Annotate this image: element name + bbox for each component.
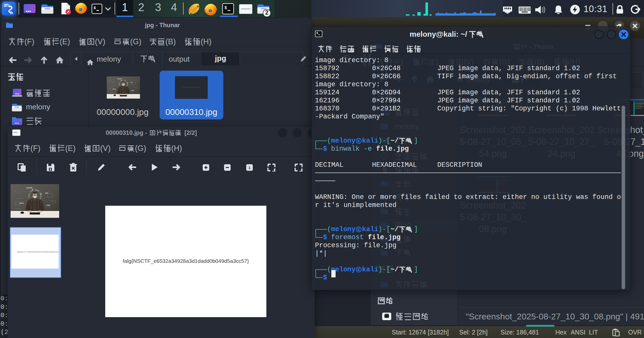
- svg-text:HACKER: HACKER: [117, 78, 122, 79]
- svg-text:$: $: [94, 6, 96, 10]
- svg-text:$: $: [225, 6, 227, 10]
- svg-text:1: 1: [248, 165, 251, 170]
- svg-text:THIEF: THIEF: [131, 90, 134, 91]
- svg-text:HACKER: HACKER: [26, 187, 33, 189]
- svg-text:SPY: SPY: [45, 192, 48, 194]
- svg-text:VIRUS: VIRUS: [19, 202, 24, 204]
- svg-text:VIRUS: VIRUS: [113, 89, 116, 90]
- svg-text:SPY: SPY: [130, 82, 132, 83]
- svg-text:THIEF: THIEF: [46, 204, 51, 206]
- svg-text:$: $: [316, 31, 318, 34]
